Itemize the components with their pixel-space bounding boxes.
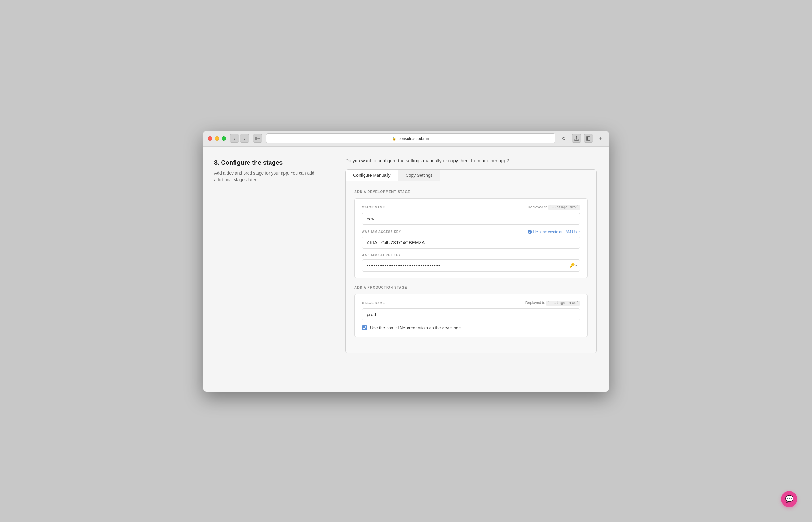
toolbar-actions <box>572 134 593 143</box>
dev-stage-header: STAGE NAME Deployed to `--stage dev` <box>362 205 580 209</box>
sidebar-toggle-button[interactable] <box>253 134 263 143</box>
iam-secret-key-label: AWS IAM SECRET KEY <box>362 254 401 257</box>
chat-button[interactable]: 💬 <box>781 491 797 507</box>
iam-help-link[interactable]: i Help me create an IAM User <box>528 230 580 234</box>
password-toggle-button[interactable]: 🔑▾ <box>569 263 577 268</box>
url-text: console.seed.run <box>398 136 429 141</box>
forward-button[interactable]: › <box>240 134 249 143</box>
question-text: Do you want to configure the settings ma… <box>345 158 597 163</box>
info-icon: i <box>528 230 532 234</box>
prod-stage-name-input[interactable] <box>362 308 580 320</box>
sidebar: 3. Configure the stages Add a dev and pr… <box>203 147 333 392</box>
main-content: Do you want to configure the settings ma… <box>333 147 609 392</box>
secret-key-input-wrapper: 🔑▾ <box>362 259 580 272</box>
svg-rect-5 <box>587 137 588 140</box>
iam-access-key-group: AWS IAM ACCESS KEY i Help me create an I… <box>362 230 580 248</box>
iam-secret-key-header: AWS IAM SECRET KEY <box>362 254 580 257</box>
close-button[interactable] <box>208 136 212 141</box>
svg-rect-3 <box>257 140 260 140</box>
iam-access-key-input[interactable] <box>362 237 580 248</box>
same-credentials-label: Use the same IAM credentials as the dev … <box>370 325 461 330</box>
iam-access-key-header: AWS IAM ACCESS KEY i Help me create an I… <box>362 230 580 234</box>
iam-access-key-label: AWS IAM ACCESS KEY <box>362 230 401 234</box>
same-credentials-row: Use the same IAM credentials as the dev … <box>362 325 580 330</box>
dev-stage-card: STAGE NAME Deployed to `--stage dev` AWS… <box>354 198 588 278</box>
dev-deployed-to: Deployed to `--stage dev` <box>528 205 580 209</box>
new-tab-button[interactable]: + <box>597 135 604 142</box>
same-credentials-checkbox[interactable] <box>362 325 367 330</box>
tab-configure-manually[interactable]: Configure Manually <box>346 170 398 181</box>
nav-buttons: ‹ › <box>230 134 249 143</box>
back-button[interactable]: ‹ <box>230 134 239 143</box>
step-title: 3. Configure the stages <box>214 159 322 166</box>
reload-button[interactable]: ↻ <box>559 134 568 143</box>
tabs-body: ADD A DEVELOPMENT STAGE STAGE NAME Deplo… <box>346 181 596 353</box>
dev-section-label: ADD A DEVELOPMENT STAGE <box>354 190 588 194</box>
iam-secret-key-group: AWS IAM SECRET KEY 🔑▾ <box>362 254 580 272</box>
prod-stage-name-label: STAGE NAME <box>362 301 385 305</box>
prod-stage-card: STAGE NAME Deployed to `--stage prod` Us… <box>354 294 588 337</box>
prod-section-label: ADD A PRODUCTION STAGE <box>354 285 588 289</box>
titlebar: ‹ › 🔒 console.seed.run ↻ <box>203 130 609 147</box>
address-bar[interactable]: 🔒 console.seed.run <box>266 134 555 143</box>
share-button[interactable] <box>572 134 581 143</box>
tabs-container: Configure Manually Copy Settings ADD A D… <box>345 169 597 353</box>
tab-copy-settings[interactable]: Copy Settings <box>398 170 440 181</box>
browser-window: ‹ › 🔒 console.seed.run ↻ <box>203 130 609 392</box>
tabs-header: Configure Manually Copy Settings <box>346 170 596 181</box>
dev-stage-name-label: STAGE NAME <box>362 206 385 209</box>
svg-rect-2 <box>257 138 260 139</box>
step-description: Add a dev and prod stage for your app. Y… <box>214 170 322 183</box>
svg-rect-0 <box>255 137 257 140</box>
traffic-lights <box>208 136 226 141</box>
maximize-button[interactable] <box>222 136 226 141</box>
minimize-button[interactable] <box>215 136 219 141</box>
iam-secret-key-input[interactable] <box>362 259 580 272</box>
chat-icon: 💬 <box>785 495 793 503</box>
dev-stage-name-input[interactable] <box>362 213 580 225</box>
lock-icon: 🔒 <box>392 137 396 141</box>
fullscreen-button[interactable] <box>584 134 593 143</box>
prod-stage-header: STAGE NAME Deployed to `--stage prod` <box>362 301 580 305</box>
content-area: 3. Configure the stages Add a dev and pr… <box>203 147 609 392</box>
svg-rect-1 <box>257 137 260 137</box>
prod-deployed-to: Deployed to `--stage prod` <box>525 301 580 305</box>
